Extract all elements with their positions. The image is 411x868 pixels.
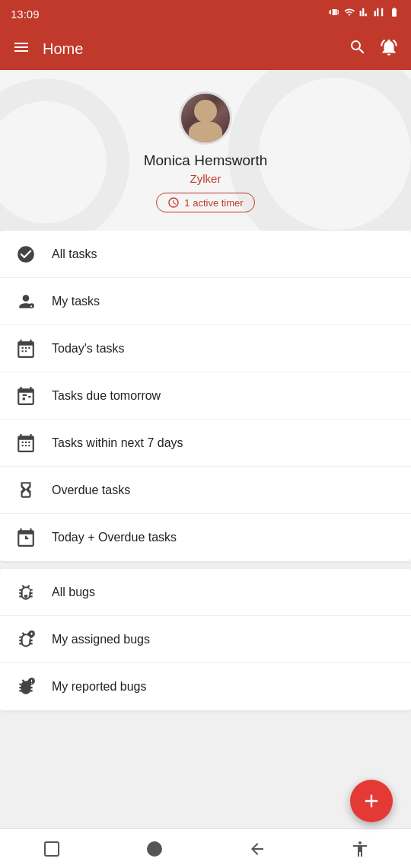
app-bar-right — [349, 37, 399, 60]
menu-label-today-overdue-tasks: Today + Overdue tasks — [52, 531, 177, 544]
menu-label-my-tasks: My tasks — [52, 295, 100, 308]
status-bar: 13:09 — [0, 0, 411, 27]
vibrate-icon — [329, 7, 339, 21]
calendar-week-icon — [15, 433, 37, 453]
status-icons — [329, 7, 400, 21]
menu-label-overdue-tasks: Overdue tasks — [52, 483, 130, 497]
nav-circle[interactable] — [103, 829, 206, 868]
nav-square[interactable] — [0, 829, 103, 868]
menu-item-today-overdue-tasks[interactable]: Today + Overdue tasks — [0, 514, 411, 561]
nav-back[interactable] — [206, 829, 308, 868]
check-circle-icon — [15, 244, 37, 264]
nav-accessibility[interactable] — [308, 829, 411, 868]
menu-item-my-reported-bugs[interactable]: My reported bugs — [0, 663, 411, 710]
avatar — [179, 91, 232, 145]
hamburger-icon[interactable] — [12, 38, 30, 59]
menu-label-all-bugs: All bugs — [52, 586, 95, 599]
menu-label-todays-tasks: Today's tasks — [52, 342, 125, 356]
app-bar-left: Home — [12, 38, 83, 59]
svg-point-4 — [148, 842, 161, 856]
svg-rect-3 — [45, 842, 59, 856]
bug-reported-icon — [15, 677, 37, 697]
avatar-image — [181, 94, 230, 142]
status-time: 13:09 — [11, 8, 40, 21]
hourglass-icon — [15, 480, 37, 500]
calendar-overdue-icon — [15, 528, 37, 547]
menu-label-my-reported-bugs: My reported bugs — [52, 680, 147, 694]
timer-badge[interactable]: 1 active timer — [156, 193, 254, 212]
menu-item-all-bugs[interactable]: All bugs — [0, 569, 411, 616]
menu-item-all-tasks[interactable]: All tasks — [0, 231, 411, 278]
menu-label-all-tasks: All tasks — [52, 247, 97, 261]
profile-section: Monica Hemsworth Zylker 1 active timer — [0, 70, 411, 231]
bug-icon — [15, 582, 37, 602]
wifi-icon — [343, 7, 355, 21]
menu-item-overdue-tasks[interactable]: Overdue tasks — [0, 467, 411, 514]
notification-icon[interactable] — [379, 37, 399, 60]
menu-label-tasks-due-tomorrow: Tasks due tomorrow — [52, 389, 161, 403]
menu-label-tasks-next-7-days: Tasks within next 7 days — [52, 436, 183, 450]
signal-icon — [359, 7, 370, 21]
fab-add-button[interactable] — [350, 780, 393, 822]
menu-item-my-assigned-bugs[interactable]: My assigned bugs — [0, 616, 411, 663]
task-menu-card: All tasks My tasks Today's tasks Tasks d… — [0, 231, 411, 561]
menu-item-todays-tasks[interactable]: Today's tasks — [0, 325, 411, 372]
svg-point-0 — [29, 303, 34, 308]
menu-item-tasks-due-tomorrow[interactable]: Tasks due tomorrow — [0, 372, 411, 420]
menu-label-my-assigned-bugs: My assigned bugs — [52, 633, 150, 646]
bug-assigned-icon — [15, 630, 37, 649]
person-task-icon — [15, 292, 37, 311]
bug-menu-card: All bugs My assigned bugs My reported bu… — [0, 569, 411, 710]
app-bar: Home — [0, 27, 411, 70]
menu-item-my-tasks[interactable]: My tasks — [0, 278, 411, 325]
calendar-today-icon — [15, 339, 37, 359]
signal2-icon — [374, 7, 384, 21]
bottom-nav — [0, 828, 411, 868]
search-icon[interactable] — [349, 38, 367, 59]
app-bar-title: Home — [43, 40, 83, 58]
profile-name: Monica Hemsworth — [144, 152, 268, 169]
timer-badge-text: 1 active timer — [184, 197, 243, 209]
battery-icon — [388, 7, 400, 21]
calendar-tomorrow-icon — [15, 386, 37, 406]
content-area: All tasks My tasks Today's tasks Tasks d… — [0, 231, 411, 764]
menu-item-tasks-next-7-days[interactable]: Tasks within next 7 days — [0, 420, 411, 467]
profile-company: Zylker — [190, 172, 221, 185]
